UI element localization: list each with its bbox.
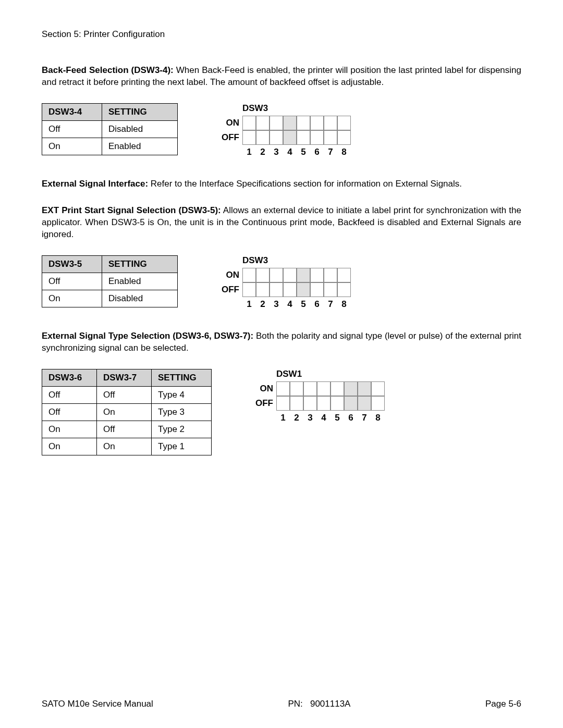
dip-label: DSW3 — [219, 103, 268, 114]
dip-on-label: ON — [253, 381, 273, 396]
dip-cell — [344, 381, 358, 396]
dip-cell — [331, 381, 344, 396]
heading-ext-signal-type: External Signal Type Selection (DSW3-6, … — [42, 331, 253, 341]
table-row: OffOnType 3 — [42, 403, 212, 421]
dip-cell — [276, 381, 290, 396]
table-cell: Off — [42, 273, 102, 290]
dip-number: 6 — [310, 147, 324, 157]
dip-number: 3 — [270, 147, 283, 157]
dip-cell — [358, 381, 371, 396]
dip-number: 5 — [331, 413, 344, 423]
footer-pn-label: PN: — [288, 699, 302, 709]
table-cell: Off — [97, 421, 152, 438]
dip-cell — [371, 396, 385, 411]
page-footer: SATO M10e Service Manual PN: 9001113A Pa… — [42, 699, 521, 709]
footer-part-number: PN: 9001113A — [288, 699, 350, 709]
dip-number: 6 — [344, 413, 358, 423]
dip-cell — [290, 396, 303, 411]
dip-cell — [242, 268, 256, 282]
table-cell: On — [42, 138, 102, 155]
table-cell: On — [42, 438, 97, 455]
table-header: DSW3-6 — [42, 369, 97, 386]
table-cell: Disabled — [102, 120, 178, 138]
dip-cell — [297, 116, 310, 130]
table-cell: Off — [42, 403, 97, 421]
dip-cell — [303, 396, 317, 411]
dip-off-label: OFF — [253, 396, 273, 411]
dip-number: 7 — [358, 413, 371, 423]
dip-number: 8 — [371, 413, 385, 423]
footer-page-number: Page 5-6 — [485, 699, 521, 709]
section-header: Section 5: Printer Configuration — [42, 29, 521, 40]
dip-cell — [297, 268, 310, 282]
table-row: OnOffType 2 — [42, 421, 212, 438]
dip-cell — [310, 130, 324, 145]
dip-number: 4 — [283, 147, 297, 157]
dip-cell — [283, 116, 297, 130]
table-cell: On — [42, 421, 97, 438]
paragraph-ext-signal-type: External Signal Type Selection (DSW3-6, … — [42, 330, 521, 354]
dip-cell — [290, 381, 303, 396]
footer-manual-title: SATO M10e Service Manual — [42, 699, 153, 709]
dip-cell — [337, 268, 351, 282]
dip-cell — [324, 130, 337, 145]
table-header: SETTING — [102, 103, 178, 120]
dip-cell — [310, 116, 324, 130]
table-cell: On — [97, 438, 152, 455]
paragraph-ext-print-start: EXT Print Start Signal Selection (DSW3-5… — [42, 205, 521, 241]
dip-cell — [270, 116, 283, 130]
dip-number: 2 — [256, 147, 270, 157]
dip-cell — [242, 116, 256, 130]
table-header: SETTING — [102, 255, 178, 273]
dip-cell — [242, 130, 256, 145]
dip-cell — [324, 268, 337, 282]
dip-cell — [317, 396, 331, 411]
table-dsw3-5: DSW3-5SETTINGOffEnabledOnDisabled — [42, 255, 178, 307]
dip-number: 5 — [297, 299, 310, 310]
dip-cell — [337, 130, 351, 145]
dip-number: 3 — [303, 413, 317, 423]
table-cell: Off — [42, 120, 102, 138]
dip-cell — [331, 396, 344, 411]
footer-pn-value: 9001113A — [310, 699, 351, 709]
table-cell: Enabled — [102, 273, 178, 290]
dip-cell — [283, 282, 297, 297]
table-cell: Off — [97, 386, 152, 403]
paragraph-backfeed: Back-Feed Selection (DSW3-4): When Back-… — [42, 65, 521, 89]
table-cell: Off — [42, 386, 97, 403]
dip-cell — [344, 396, 358, 411]
paragraph-ext-signal-interface: External Signal Interface: Refer to the … — [42, 178, 521, 190]
dip-cell — [337, 282, 351, 297]
dip-cell — [297, 282, 310, 297]
dip-cell — [297, 130, 310, 145]
table-cell: Enabled — [102, 138, 178, 155]
dip-number: 1 — [242, 299, 256, 310]
dip-cell — [242, 282, 256, 297]
dip-cell — [270, 282, 283, 297]
dip-diagram-dsw3-4: DSW3ONOFF12345678 — [219, 103, 351, 157]
table-cell: Type 3 — [152, 403, 212, 421]
dip-diagram-dsw1: DSW1ONOFF12345678 — [253, 369, 385, 423]
dip-cell — [358, 396, 371, 411]
dip-cell — [371, 381, 385, 396]
table-header: SETTING — [152, 369, 212, 386]
table-dsw3-6-7: DSW3-6DSW3-7SETTINGOffOffType 4OffOnType… — [42, 369, 212, 455]
table-cell: On — [97, 403, 152, 421]
dip-cell — [283, 130, 297, 145]
table-row: OffDisabled — [42, 120, 178, 138]
dip-number: 3 — [270, 299, 283, 310]
dip-number: 4 — [283, 299, 297, 310]
table-dsw3-4: DSW3-4SETTINGOffDisabledOnEnabled — [42, 103, 178, 155]
dip-on-label: ON — [219, 268, 239, 282]
dip-cell — [324, 116, 337, 130]
dip-cell — [337, 116, 351, 130]
dip-number: 5 — [297, 147, 310, 157]
dip-number: 7 — [324, 299, 337, 310]
dip-cell — [303, 381, 317, 396]
heading-ext-signal-interface: External Signal Interface: — [42, 179, 148, 189]
dip-number: 6 — [310, 299, 324, 310]
heading-backfeed: Back-Feed Selection (DSW3-4): — [42, 65, 174, 75]
heading-ext-print-start: EXT Print Start Signal Selection (DSW3-5… — [42, 205, 221, 215]
dip-number: 2 — [256, 299, 270, 310]
dip-number: 4 — [317, 413, 331, 423]
